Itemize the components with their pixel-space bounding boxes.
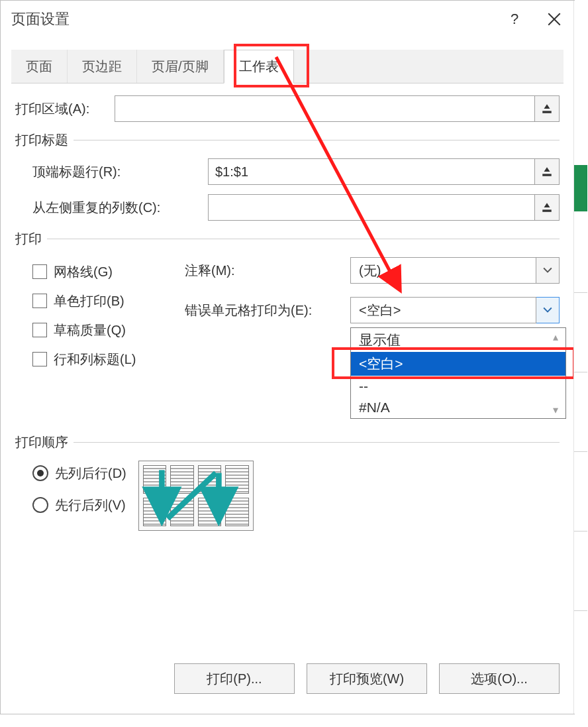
collapse-dialog-icon: [541, 166, 553, 178]
radio-icon: [32, 497, 48, 513]
scroll-up-icon[interactable]: ▴: [548, 329, 563, 344]
dialog-title: 页面设置: [11, 9, 495, 29]
print-button[interactable]: 打印(P)...: [174, 663, 295, 694]
checkbox-black-white[interactable]: 单色打印(B): [32, 286, 178, 315]
errors-select-value: <空白>: [350, 297, 536, 323]
page-setup-dialog: 页面设置 ? 页面 页边距 页眉/页脚 工作表 打印区域(A):: [0, 0, 575, 714]
comments-label: 注释(M):: [185, 262, 350, 280]
section-print-titles: 打印标题: [15, 131, 74, 149]
radio-over-then-down[interactable]: 先行后列(V): [32, 492, 126, 518]
comments-select[interactable]: (无): [350, 257, 560, 284]
close-button[interactable]: [534, 1, 574, 38]
help-button[interactable]: ?: [495, 1, 534, 38]
errors-label: 错误单元格打印为(E):: [185, 302, 350, 319]
top-title-row-label: 顶端标题行(R):: [32, 163, 208, 181]
chevron-down-icon: [536, 257, 560, 284]
option-dashes[interactable]: --: [351, 376, 565, 397]
print-area-input[interactable]: [115, 95, 535, 122]
comments-select-value: (无): [350, 257, 536, 284]
checkbox-icon: [32, 264, 47, 279]
checkbox-draft[interactable]: 草稿质量(Q): [32, 315, 178, 345]
right-edge-strip: [573, 1, 587, 714]
tabstrip: 页面 页边距 页眉/页脚 工作表: [11, 50, 564, 84]
section-print-order: 打印顺序: [15, 433, 74, 451]
tab-sheet[interactable]: 工作表: [224, 50, 294, 84]
titlebar: 页面设置 ?: [1, 1, 574, 38]
checkbox-icon: [32, 323, 47, 337]
radio-down-then-over[interactable]: 先列后行(D): [32, 461, 126, 486]
checkbox-row-col-headings[interactable]: 行和列标题(L): [32, 345, 178, 374]
errors-select[interactable]: <空白>: [350, 297, 560, 323]
left-repeat-cols-label: 从左侧重复的列数(C):: [32, 199, 208, 217]
close-icon: [548, 13, 561, 26]
top-title-row-ref-button[interactable]: [535, 158, 560, 185]
svg-rect-2: [542, 111, 552, 113]
section-print: 打印: [15, 230, 47, 248]
print-area-ref-button[interactable]: [535, 95, 560, 122]
radio-icon: [32, 465, 48, 481]
checkbox-icon: [32, 294, 47, 308]
errors-dropdown-list: 显示值 <空白> -- #N/A ▴ ▾: [350, 327, 566, 419]
collapse-dialog-icon: [541, 201, 553, 213]
options-button[interactable]: 选项(O)...: [439, 663, 560, 694]
chevron-down-icon: [536, 297, 560, 323]
checkbox-icon: [32, 352, 47, 366]
option-na[interactable]: #N/A: [351, 397, 565, 418]
checkbox-gridlines[interactable]: 网格线(G): [32, 257, 178, 286]
top-title-row-input[interactable]: [208, 158, 535, 185]
tab-page[interactable]: 页面: [11, 50, 68, 83]
option-blank[interactable]: <空白>: [351, 352, 565, 376]
tab-header-footer[interactable]: 页眉/页脚: [137, 50, 224, 83]
left-repeat-cols-ref-button[interactable]: [535, 194, 560, 221]
print-area-label: 打印区域(A):: [15, 100, 115, 118]
print-order-preview-icon: [138, 461, 254, 531]
left-repeat-cols-input[interactable]: [208, 194, 535, 221]
collapse-dialog-icon: [541, 103, 553, 115]
svg-rect-4: [542, 209, 552, 211]
tab-margins[interactable]: 页边距: [68, 50, 137, 83]
print-preview-button[interactable]: 打印预览(W): [307, 663, 427, 694]
svg-rect-3: [542, 174, 552, 176]
option-display-value[interactable]: 显示值: [351, 328, 565, 352]
scroll-down-icon[interactable]: ▾: [548, 402, 563, 417]
